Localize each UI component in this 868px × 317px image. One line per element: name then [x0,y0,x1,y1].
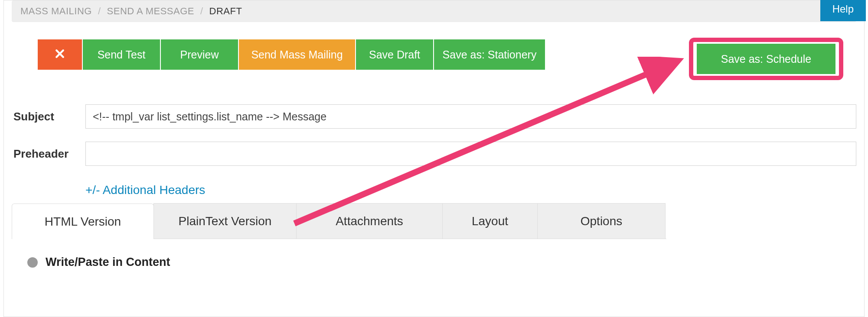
subject-input[interactable] [85,104,856,129]
tab-layout[interactable]: Layout [442,203,538,239]
subject-row: Subject [12,104,856,129]
additional-headers-toggle[interactable]: +/- Additional Headers [85,183,205,197]
save-draft-button[interactable]: Save Draft [356,39,433,70]
preview-button[interactable]: Preview [161,39,238,70]
breadcrumb-separator: / [200,6,203,17]
tab-options[interactable]: Options [537,203,666,239]
breadcrumb: MASS MAILING / SEND A MESSAGE / DRAFT [20,6,242,17]
send-test-button[interactable]: Send Test [83,39,160,70]
breadcrumb-bar: MASS MAILING / SEND A MESSAGE / DRAFT [12,0,856,22]
write-paste-label: Write/Paste in Content [46,256,170,269]
help-button[interactable]: Help [820,0,866,21]
radio-selected-icon[interactable] [27,257,38,268]
breadcrumb-item-massmailing[interactable]: MASS MAILING [20,6,92,17]
close-icon [55,49,65,61]
breadcrumb-separator: / [98,6,101,17]
tab-plaintext-version[interactable]: PlainText Version [153,203,297,239]
send-mass-mailing-button[interactable]: Send Mass Mailing [239,39,355,70]
save-schedule-button[interactable]: Save as: Schedule [697,44,835,74]
form-area: Subject Preheader +/- Additional Headers… [12,104,856,269]
action-button-row: Send Test Preview Send Mass Mailing Save… [38,39,662,70]
breadcrumb-item-draft: DRAFT [209,6,242,17]
preheader-input[interactable] [85,142,856,166]
save-stationery-button[interactable]: Save as: Stationery [434,39,545,70]
close-button[interactable] [38,39,82,70]
preheader-row: Preheader [12,142,856,166]
page-container: MASS MAILING / SEND A MESSAGE / DRAFT He… [3,0,865,317]
breadcrumb-item-sendmessage[interactable]: SEND A MESSAGE [107,6,194,17]
preheader-label: Preheader [12,147,85,161]
content-mode-row: Write/Paste in Content [27,256,856,269]
subject-label: Subject [12,110,85,123]
tab-attachments[interactable]: Attachments [296,203,443,239]
tabs: HTML Version PlainText Version Attachmen… [12,203,666,239]
save-schedule-highlight: Save as: Schedule [689,38,843,80]
tab-html-version[interactable]: HTML Version [12,204,154,239]
